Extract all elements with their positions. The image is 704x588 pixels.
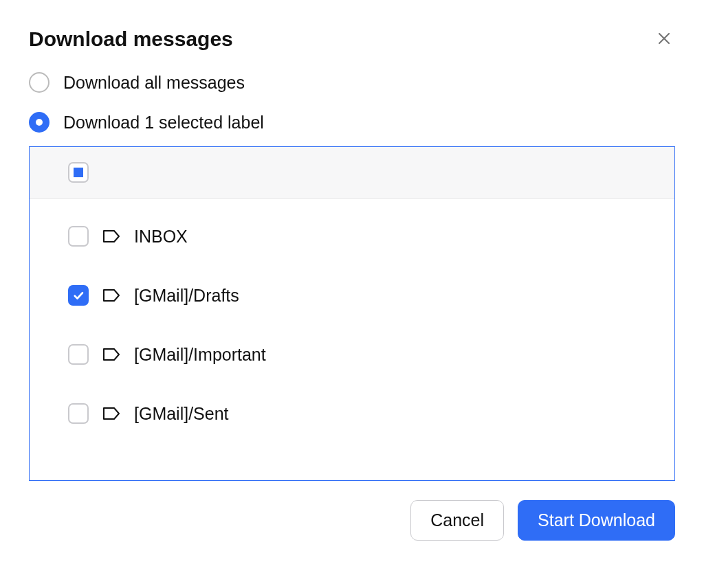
label-checkbox[interactable]	[68, 403, 89, 424]
label-name: [GMail]/Drafts	[134, 286, 239, 306]
radio-label-selected: Download 1 selected label	[63, 113, 264, 133]
download-mode-radio-group: Download all messages Download 1 selecte…	[29, 72, 675, 133]
close-icon	[656, 30, 672, 49]
label-checkbox[interactable]	[68, 285, 89, 306]
close-button[interactable]	[653, 27, 675, 52]
labels-list: INBOX [GMail]/Drafts	[30, 199, 674, 480]
label-checkbox[interactable]	[68, 344, 89, 365]
dialog-title: Download messages	[29, 27, 233, 51]
labels-select-all-header	[30, 147, 674, 199]
radio-option-selected[interactable]: Download 1 selected label	[29, 112, 675, 133]
cancel-button[interactable]: Cancel	[410, 500, 504, 541]
dialog-footer: Cancel Start Download	[29, 500, 675, 541]
label-name: [GMail]/Important	[134, 345, 266, 365]
label-icon	[102, 288, 120, 303]
label-row[interactable]: INBOX	[30, 207, 674, 266]
radio-label-all: Download all messages	[63, 73, 245, 93]
label-icon	[102, 229, 120, 244]
label-row[interactable]: [GMail]/Drafts	[30, 266, 674, 325]
radio-icon	[29, 72, 50, 93]
start-download-button[interactable]: Start Download	[518, 500, 675, 541]
label-checkbox[interactable]	[68, 226, 89, 247]
download-messages-dialog: Download messages Download all messages …	[29, 27, 675, 541]
label-name: [GMail]/Sent	[134, 404, 229, 424]
select-all-checkbox[interactable]	[68, 162, 89, 183]
label-icon	[102, 347, 120, 362]
label-row[interactable]: [GMail]/Important	[30, 325, 674, 384]
label-icon	[102, 406, 120, 421]
labels-selection-box: INBOX [GMail]/Drafts	[29, 146, 675, 481]
label-name: INBOX	[134, 227, 188, 247]
radio-icon	[29, 112, 50, 133]
label-row[interactable]: [GMail]/Sent	[30, 384, 674, 443]
dialog-header: Download messages	[29, 27, 675, 52]
radio-option-all[interactable]: Download all messages	[29, 72, 675, 93]
